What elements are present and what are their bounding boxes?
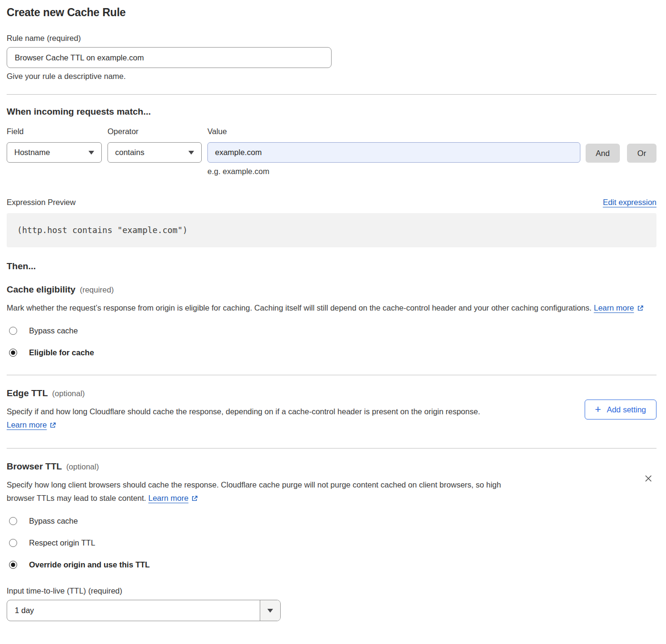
radio-unselected-icon (9, 539, 17, 547)
cache-eligibility-title: Cache eligibility (7, 284, 76, 295)
browser-ttl-section: Browser TTL (optional) Specify how long … (7, 461, 656, 621)
edge-ttl-description-text: Specify if and how long Cloudflare shoul… (7, 407, 480, 416)
radio-unselected-icon (9, 327, 17, 335)
edit-expression-link[interactable]: Edit expression (603, 198, 656, 207)
field-column: Field Hostname (7, 127, 102, 163)
section-divider (7, 448, 656, 449)
ttl-select[interactable]: 1 day (7, 600, 281, 621)
learn-more-label: Learn more (148, 494, 188, 502)
learn-more-link[interactable]: Learn more (594, 303, 643, 312)
value-helper: e.g. example.com (207, 167, 580, 176)
radio-label: Eligible for cache (29, 348, 94, 357)
then-heading: Then... (7, 261, 656, 272)
field-select[interactable]: Hostname (7, 142, 102, 163)
expression-code: (http.host contains "example.com") (17, 225, 187, 235)
rule-name-input[interactable] (7, 47, 332, 68)
cache-eligibility-title-row: Cache eligibility (required) (7, 284, 656, 295)
cache-eligibility-description-text: Mark whether the request’s response from… (7, 303, 592, 312)
external-link-icon (637, 305, 644, 312)
external-link-icon (191, 495, 198, 502)
cache-eligibility-description: Mark whether the request’s response from… (7, 301, 649, 314)
section-divider (7, 94, 656, 95)
ttl-select-value: 1 day (7, 600, 260, 621)
radio-eligible-for-cache[interactable]: Eligible for cache (9, 348, 656, 357)
cache-eligibility-options: Bypass cache Eligible for cache (7, 326, 656, 357)
radio-override-origin-ttl[interactable]: Override origin and use this TTL (9, 560, 656, 569)
page-title: Create new Cache Rule (7, 6, 656, 19)
radio-bypass-cache[interactable]: Bypass cache (9, 517, 656, 526)
plus-icon: + (595, 404, 601, 415)
learn-more-label: Learn more (7, 420, 47, 429)
browser-ttl-title: Browser TTL (7, 461, 62, 472)
rule-name-helper: Give your rule a descriptive name. (7, 72, 656, 81)
operator-select[interactable]: contains (108, 142, 202, 163)
browser-ttl-title-row: Browser TTL (optional) (7, 461, 656, 472)
edge-ttl-title-row: Edge TTL (optional) (7, 388, 656, 399)
browser-ttl-options: Bypass cache Respect origin TTL Override… (7, 517, 656, 569)
or-button[interactable]: Or (627, 144, 656, 163)
browser-ttl-description: Specify how long client browsers should … (7, 478, 526, 505)
and-button[interactable]: And (586, 144, 620, 163)
expression-preview-box: (http.host contains "example.com") (7, 213, 656, 247)
operator-label: Operator (108, 127, 202, 136)
ttl-input-label: Input time-to-live (TTL) (required) (7, 586, 656, 595)
match-heading: When incoming requests match... (7, 107, 656, 117)
edge-ttl-section: + Add setting Edge TTL (optional) Specif… (7, 388, 656, 431)
radio-label: Bypass cache (29, 517, 78, 526)
edge-ttl-description: Specify if and how long Cloudflare shoul… (7, 405, 526, 431)
chevron-down-icon (88, 151, 94, 155)
learn-more-link[interactable]: Learn more (7, 420, 56, 429)
radio-label: Override origin and use this TTL (29, 560, 150, 569)
radio-unselected-icon (9, 517, 17, 525)
cache-eligibility-section: Cache eligibility (required) Mark whethe… (7, 284, 656, 357)
ttl-select-arrow-box[interactable] (260, 600, 280, 621)
browser-ttl-optional-badge: (optional) (66, 462, 99, 471)
match-condition-row: Field Hostname Operator contains Value e… (7, 127, 656, 176)
edge-ttl-title: Edge TTL (7, 388, 48, 399)
cache-eligibility-required-badge: (required) (80, 285, 114, 294)
close-icon[interactable] (643, 474, 654, 484)
edge-ttl-optional-badge: (optional) (52, 389, 85, 398)
value-input[interactable] (207, 142, 580, 163)
chevron-down-icon (188, 151, 194, 155)
browser-ttl-description-text: Specify how long client browsers should … (7, 480, 501, 502)
create-cache-rule-form: Create new Cache Rule Rule name (require… (0, 0, 666, 630)
learn-more-label: Learn more (594, 303, 634, 312)
radio-bypass-cache[interactable]: Bypass cache (9, 326, 656, 335)
add-setting-button[interactable]: + Add setting (585, 400, 656, 420)
learn-more-link[interactable]: Learn more (148, 494, 198, 502)
operator-column: Operator contains (108, 127, 202, 163)
add-setting-label: Add setting (607, 405, 646, 414)
radio-label: Bypass cache (29, 326, 78, 335)
section-divider (7, 375, 656, 375)
operator-select-value: contains (115, 148, 144, 157)
external-link-icon (49, 422, 56, 429)
field-select-value: Hostname (14, 148, 50, 157)
radio-selected-icon (9, 349, 17, 357)
radio-label: Respect origin TTL (29, 538, 95, 547)
expression-preview-label: Expression Preview (7, 198, 76, 207)
radio-selected-icon (9, 561, 17, 569)
radio-respect-origin-ttl[interactable]: Respect origin TTL (9, 538, 656, 547)
value-column: Value e.g. example.com (207, 127, 580, 176)
expression-header: Expression Preview Edit expression (7, 198, 656, 207)
field-label: Field (7, 127, 102, 136)
value-label: Value (207, 127, 580, 136)
chevron-down-icon (267, 609, 273, 613)
rule-name-label: Rule name (required) (7, 34, 656, 43)
